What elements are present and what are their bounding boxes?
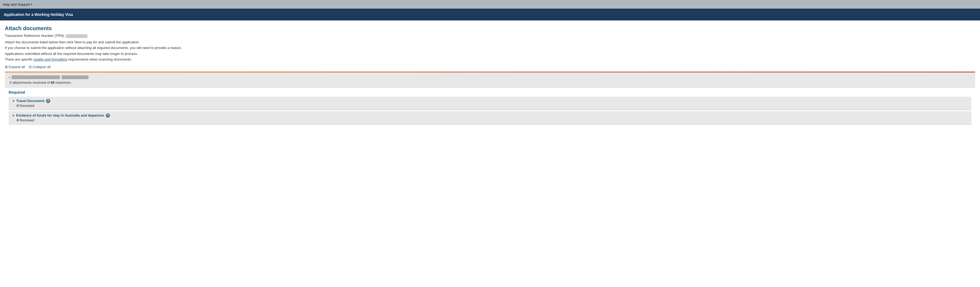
section-block: - 0 attachments received of 60 maximum.	[5, 72, 975, 88]
expand-all-label: Expand all	[9, 65, 25, 69]
quality-formatting-link[interactable]: quality and formatting	[33, 57, 67, 61]
doc-received-1: 0 Received	[17, 104, 967, 108]
collapse-all-link[interactable]: Collapse all	[29, 65, 51, 69]
section-name-blurred-2	[62, 75, 89, 79]
travel-document-help-icon[interactable]: ?	[46, 99, 50, 103]
expand-collapse-row: Expand all Collapse all	[5, 65, 975, 69]
help-and-support-menu[interactable]: Help and Support ▾	[3, 2, 32, 6]
section-header: -	[9, 75, 971, 80]
section-name-blurred	[11, 75, 60, 79]
doc-item-header-2: + Evidence of funds for stay in Australi…	[13, 113, 967, 118]
doc-toggle-1[interactable]: +	[13, 99, 14, 103]
instruction-3: Applications submitted without all the r…	[5, 51, 975, 57]
doc-received-2: 0 Received	[17, 118, 967, 122]
help-and-support-label: Help and Support	[3, 2, 30, 6]
required-title: Required	[9, 90, 971, 94]
trn-value	[66, 34, 88, 38]
main-content: Attach documents Transaction Reference N…	[0, 21, 980, 140]
expand-all-link[interactable]: Expand all	[5, 65, 25, 69]
doc-toggle-2[interactable]: +	[13, 113, 14, 118]
evidence-funds-help-icon[interactable]: ?	[106, 113, 110, 118]
evidence-funds-link[interactable]: Evidence of funds for stay in Australia …	[16, 113, 104, 117]
header-title: Application for a Working Holiday Visa	[4, 13, 73, 17]
instruction-2: If you choose to submit the application …	[5, 45, 975, 51]
header-bar: Application for a Working Holiday Visa	[0, 9, 980, 21]
bottom-space	[5, 127, 975, 135]
dropdown-arrow-icon: ▾	[31, 3, 32, 6]
section-toggle[interactable]: -	[9, 75, 10, 80]
trn-line: Transaction Reference Number (TRN):	[5, 33, 975, 38]
doc-item-travel-document: + Travel Document ? 0 Received	[9, 97, 971, 110]
required-section: Required + Travel Document ? 0 Received …	[5, 88, 975, 127]
doc-item-evidence-funds: + Evidence of funds for stay in Australi…	[9, 111, 971, 124]
travel-document-link[interactable]: Travel Document	[16, 99, 45, 103]
doc-item-header-1: + Travel Document ?	[13, 99, 967, 103]
instruction-4: There are specific quality and formattin…	[5, 57, 975, 62]
section-attachments: 0 attachments received of 60 maximum.	[10, 80, 971, 85]
page-title: Attach documents	[5, 25, 975, 32]
top-bar: Help and Support ▾	[0, 0, 980, 9]
instruction-1: Attach the documents listed below then c…	[5, 40, 975, 45]
collapse-all-label: Collapse all	[33, 65, 51, 69]
trn-prefix: Transaction Reference Number (TRN):	[5, 33, 65, 38]
